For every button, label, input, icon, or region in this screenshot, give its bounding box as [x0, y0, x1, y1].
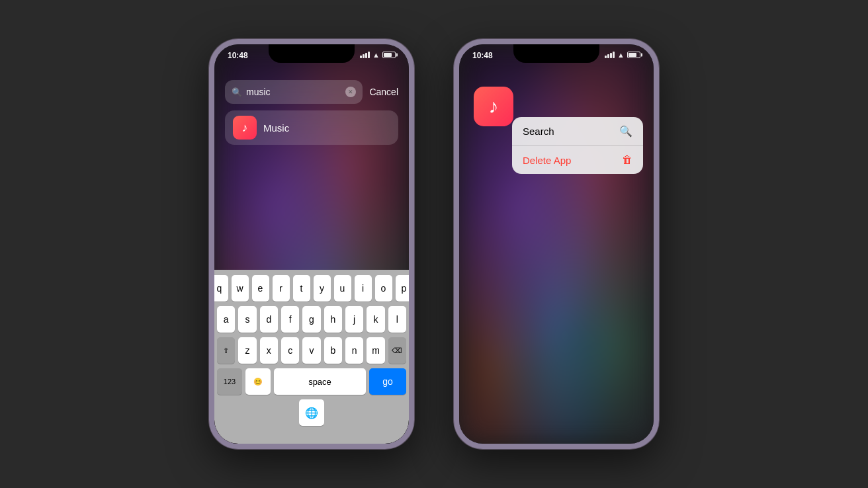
- battery-icon-1: [382, 52, 396, 58]
- search-icon-context: 🔍: [619, 125, 632, 138]
- key-c[interactable]: c: [281, 337, 299, 364]
- battery-fill-1: [384, 53, 392, 57]
- phone-1: 10:48 ▲ 🔍 m: [209, 39, 414, 449]
- signal-bar: [605, 56, 607, 58]
- context-search-label: Search: [523, 126, 554, 137]
- key-delete[interactable]: ⌫: [388, 337, 406, 364]
- wifi-icon-2: ▲: [617, 51, 625, 59]
- keyboard-row-1: q w e r t y u i o p: [217, 275, 406, 302]
- key-go[interactable]: go: [369, 368, 406, 395]
- signal-bar: [613, 52, 615, 58]
- context-menu: Search 🔍 Delete App 🗑: [512, 117, 643, 174]
- key-o[interactable]: o: [375, 275, 392, 302]
- search-input-pill[interactable]: 🔍 music ✕: [225, 80, 363, 104]
- key-f[interactable]: f: [281, 306, 299, 333]
- key-emoji[interactable]: 😊: [245, 368, 271, 395]
- search-clear-button[interactable]: ✕: [345, 87, 356, 97]
- music-note-icon: ♪: [242, 121, 248, 135]
- context-menu-delete[interactable]: Delete App 🗑: [512, 146, 643, 174]
- search-input-value[interactable]: music: [246, 87, 341, 97]
- cancel-button[interactable]: Cancel: [369, 87, 398, 97]
- phone-frame-1: 10:48 ▲ 🔍 m: [209, 39, 414, 449]
- signal-bar: [607, 54, 609, 58]
- app-result-row[interactable]: ♪ Music: [225, 110, 398, 145]
- key-x[interactable]: x: [260, 337, 278, 364]
- key-globe[interactable]: 🌐: [299, 399, 324, 426]
- key-p[interactable]: p: [396, 275, 410, 302]
- notch-2: [513, 44, 599, 63]
- signal-bar: [363, 54, 365, 58]
- status-icons-2: ▲: [605, 51, 640, 59]
- search-bar-container: 🔍 music ✕ Cancel: [225, 80, 398, 104]
- key-b[interactable]: b: [324, 337, 342, 364]
- key-space[interactable]: space: [274, 368, 366, 395]
- signal-bar: [365, 53, 367, 58]
- battery-fill-2: [629, 53, 636, 57]
- key-q[interactable]: q: [214, 275, 228, 302]
- signal-bar: [368, 52, 370, 58]
- keyboard-row-2: a s d f g h j k l: [217, 306, 406, 333]
- music-icon-large[interactable]: ♪: [474, 87, 513, 126]
- key-a[interactable]: a: [217, 306, 235, 333]
- key-m[interactable]: m: [367, 337, 384, 364]
- key-numbers[interactable]: 123: [217, 368, 242, 395]
- keyboard-row-4: 123 😊 space go: [217, 368, 406, 395]
- key-d[interactable]: d: [260, 306, 278, 333]
- key-t[interactable]: t: [293, 275, 310, 302]
- notch-1: [269, 44, 355, 63]
- key-u[interactable]: u: [334, 275, 351, 302]
- trash-icon: 🗑: [622, 154, 632, 166]
- key-g[interactable]: g: [302, 306, 320, 333]
- context-menu-search[interactable]: Search 🔍: [512, 117, 643, 146]
- music-app-name: Music: [263, 122, 289, 134]
- context-delete-label: Delete App: [523, 155, 571, 166]
- status-time-1: 10:48: [228, 51, 248, 60]
- status-time-2: 10:48: [472, 51, 493, 60]
- signal-bar: [360, 56, 362, 58]
- key-n[interactable]: n: [345, 337, 363, 364]
- music-note-large-icon: ♪: [489, 95, 499, 118]
- key-w[interactable]: w: [232, 275, 249, 302]
- keyboard-row-3: ⇧ z x c v b n m ⌫: [217, 337, 406, 364]
- keyboard-row-5: 🌐: [217, 399, 406, 426]
- status-icons-1: ▲: [360, 51, 396, 59]
- signal-bars-2: [605, 52, 615, 58]
- signal-bar: [610, 53, 612, 58]
- phone-2: 10:48 ▲ ♪: [454, 39, 659, 449]
- signal-bars-1: [360, 52, 370, 58]
- key-e[interactable]: e: [252, 275, 269, 302]
- music-app-icon: ♪: [233, 116, 257, 140]
- phone-screen-2: 10:48 ▲ ♪: [459, 44, 654, 444]
- key-s[interactable]: s: [238, 306, 256, 333]
- key-z[interactable]: z: [238, 337, 256, 364]
- key-y[interactable]: y: [314, 275, 331, 302]
- key-l[interactable]: l: [388, 306, 406, 333]
- key-i[interactable]: i: [355, 275, 372, 302]
- key-shift[interactable]: ⇧: [217, 337, 235, 364]
- key-v[interactable]: v: [302, 337, 320, 364]
- battery-icon-2: [627, 52, 640, 58]
- key-h[interactable]: h: [324, 306, 342, 333]
- phone-frame-2: 10:48 ▲ ♪: [454, 39, 659, 449]
- phone-screen-1: 10:48 ▲ 🔍 m: [214, 44, 409, 444]
- key-k[interactable]: k: [367, 306, 384, 333]
- keyboard: q w e r t y u i o p a s d f g h: [214, 270, 409, 444]
- key-j[interactable]: j: [345, 306, 363, 333]
- wifi-icon-1: ▲: [372, 51, 380, 59]
- search-icon: 🔍: [232, 87, 242, 97]
- key-r[interactable]: r: [273, 275, 290, 302]
